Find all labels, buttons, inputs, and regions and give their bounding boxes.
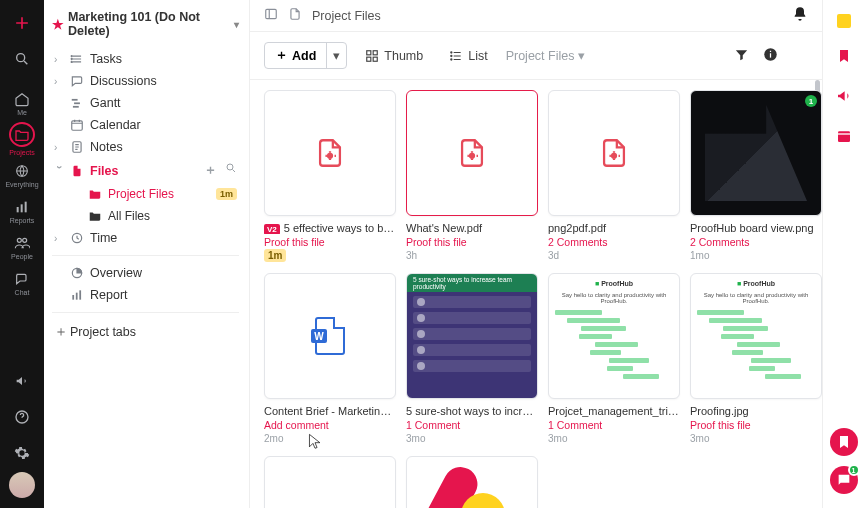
svg-rect-14	[72, 121, 83, 130]
notifications-icon[interactable]	[792, 6, 808, 25]
file-card[interactable]: ■ ProofHubSay hello to clarity and produ…	[548, 273, 680, 444]
file-thumb[interactable]	[548, 90, 680, 216]
tree-item-tasks[interactable]: ›Tasks	[48, 48, 243, 70]
file-subtext[interactable]: 2 Comments	[690, 236, 822, 248]
tree-add-project-tabs[interactable]: ＋Project tabs	[48, 319, 243, 345]
file-thumb[interactable]: 1	[690, 90, 822, 216]
info-icon[interactable]	[763, 47, 778, 65]
svg-point-34	[469, 153, 475, 159]
help-button[interactable]	[5, 400, 39, 434]
view-list-button[interactable]: List	[441, 45, 495, 67]
toggle-sidebar-icon[interactable]	[264, 7, 278, 24]
filter-icon[interactable]	[734, 47, 749, 65]
add-file-icon[interactable]: ＋	[204, 162, 217, 179]
file-thumb[interactable]	[406, 90, 538, 216]
app-icon-sidebar: Me Projects Everything Reports People Ch…	[0, 0, 44, 508]
tree-item-files[interactable]: › Files ＋	[48, 158, 243, 183]
file-subtext[interactable]: Proof this file	[264, 236, 396, 248]
svg-rect-11	[72, 99, 78, 101]
file-card[interactable]: V25 effective ways to br…Proof this file…	[264, 90, 396, 261]
file-card[interactable]	[264, 456, 396, 508]
files-grid: V25 effective ways to br…Proof this file…	[250, 80, 822, 508]
project-tree-panel: ★ Marketing 101 (Do Not Delete) ▾ ›Tasks…	[44, 0, 250, 508]
global-add-button[interactable]	[5, 6, 39, 40]
tree-label: Calendar	[90, 118, 141, 132]
nav-people[interactable]: People	[5, 230, 39, 264]
add-dropdown-caret[interactable]: ▾	[326, 43, 346, 68]
nav-chat-label: Chat	[15, 289, 30, 296]
svg-rect-2	[17, 207, 19, 212]
file-card[interactable]: Content Brief - Marketing …Add comment2m…	[264, 273, 396, 444]
file-subtext[interactable]: Proof this file	[690, 419, 822, 431]
add-button-label: Add	[292, 49, 316, 63]
svg-rect-20	[76, 293, 78, 300]
file-time: 1m	[264, 250, 396, 261]
file-card[interactable]: ■ ProofHubSay hello to clarity and produ…	[690, 273, 822, 444]
tree-report[interactable]: Report	[48, 284, 243, 306]
fab-bookmark[interactable]	[830, 428, 858, 456]
user-avatar[interactable]	[9, 472, 35, 498]
rail-announce-icon[interactable]	[836, 88, 852, 108]
svg-point-29	[451, 58, 452, 59]
file-thumb[interactable]: ■ ProofHubSay hello to clarity and produ…	[548, 273, 680, 399]
file-card[interactable]: png2pdf.pdf2 Comments3d	[548, 90, 680, 261]
file-thumb[interactable]	[264, 456, 396, 508]
svg-rect-4	[25, 201, 27, 212]
view-thumb-button[interactable]: Thumb	[357, 45, 431, 67]
view-label: Thumb	[384, 49, 423, 63]
add-button[interactable]: ＋ Add	[265, 43, 326, 68]
file-thumb[interactable]: ■ ProofHubSay hello to clarity and produ…	[690, 273, 822, 399]
source-filter-dropdown[interactable]: Project Files ▾	[506, 48, 586, 63]
rail-bookmark-icon[interactable]	[836, 48, 852, 68]
file-thumb[interactable]	[264, 273, 396, 399]
file-subtext[interactable]: 2 Comments	[548, 236, 680, 248]
rail-calendar-icon[interactable]	[836, 128, 852, 148]
chevron-down-icon: ▾	[234, 19, 239, 30]
svg-rect-22	[266, 9, 277, 18]
fab-chat[interactable]: 1	[830, 466, 858, 494]
nav-reports[interactable]: Reports	[5, 194, 39, 228]
rail-notes-icon[interactable]	[837, 14, 851, 28]
nav-me[interactable]: Me	[5, 86, 39, 120]
global-search-button[interactable]	[5, 42, 39, 76]
tree-overview[interactable]: Overview	[48, 262, 243, 284]
tree-label: Discussions	[90, 74, 157, 88]
svg-rect-13	[73, 106, 79, 108]
tree-item-notes[interactable]: ›Notes	[48, 136, 243, 158]
svg-point-28	[451, 55, 452, 56]
file-card[interactable]: 5 sure-shot ways to increase team produc…	[406, 273, 538, 444]
tree-sub-project-files[interactable]: Project Files 1m	[82, 183, 243, 205]
tree-item-calendar[interactable]: Calendar	[48, 114, 243, 136]
file-thumb[interactable]	[264, 90, 396, 216]
file-card[interactable]	[406, 456, 538, 508]
nav-me-label: Me	[17, 109, 27, 116]
file-subtext[interactable]: Proof this file	[406, 236, 538, 248]
tree-item-discussions[interactable]: ›Discussions	[48, 70, 243, 92]
tree-label: Files	[90, 164, 119, 178]
file-subtext[interactable]: 1 Comment	[406, 419, 538, 431]
nav-projects-label: Projects	[9, 149, 34, 156]
tree-item-time[interactable]: ›Time	[48, 227, 243, 249]
tree-sub-all-files[interactable]: All Files	[82, 205, 243, 227]
tree-item-gantt[interactable]: Gantt	[48, 92, 243, 114]
file-name: png2pdf.pdf	[548, 222, 680, 234]
file-thumb[interactable]: 5 sure-shot ways to increase team produc…	[406, 273, 538, 399]
nav-chat[interactable]: Chat	[5, 266, 39, 300]
search-files-icon[interactable]	[225, 162, 237, 179]
settings-button[interactable]	[5, 436, 39, 470]
file-name: Proofing.jpg	[690, 405, 822, 417]
file-card[interactable]: 1ProofHub board view.png2 Comments1mo	[690, 90, 822, 261]
file-card[interactable]: What's New.pdfProof this file3h	[406, 90, 538, 261]
svg-point-16	[227, 164, 233, 170]
announcements-button[interactable]	[5, 364, 39, 398]
file-subtext[interactable]: Add comment	[264, 419, 396, 431]
svg-rect-3	[21, 204, 23, 212]
svg-rect-24	[373, 50, 377, 54]
file-subtext[interactable]: 1 Comment	[548, 419, 680, 431]
nav-projects[interactable]: Projects	[5, 122, 39, 156]
project-title[interactable]: ★ Marketing 101 (Do Not Delete) ▾	[48, 8, 243, 48]
nav-everything[interactable]: Everything	[5, 158, 39, 192]
tree-label: Project Files	[108, 187, 174, 201]
svg-point-27	[451, 51, 452, 52]
file-thumb[interactable]	[406, 456, 538, 508]
